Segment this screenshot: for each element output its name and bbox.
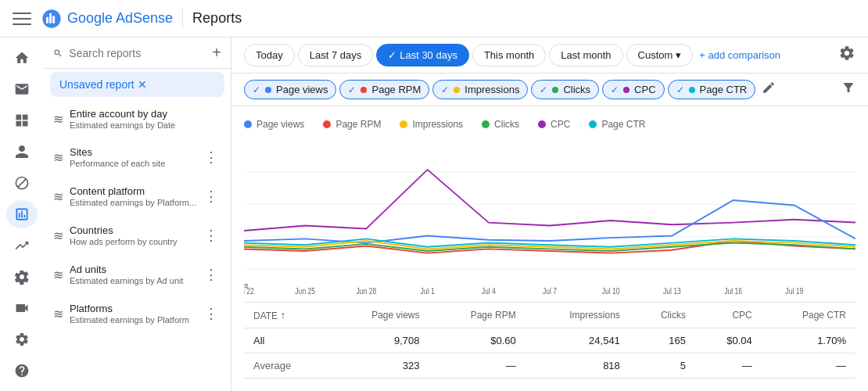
sidebar-item-sub-1: Performance of each site [70,159,201,168]
report-icon-4: ≋ [53,267,63,282]
edit-metrics-icon[interactable] [762,81,776,99]
sidebar-item-platforms[interactable]: ≋ Platforms Estimated earnings by Platfo… [44,294,231,333]
legend-label-impressions: Impressions [412,119,463,130]
metric-check-0: ✓ [253,84,260,95]
sidebar-item-content-platform[interactable]: ≋ Content platform Estimated earnings by… [44,177,231,216]
report-settings-icon[interactable] [838,45,855,66]
row-label-all: All [244,328,328,353]
sidebar-icon-settings[interactable] [6,263,38,291]
sidebar-item-title-2: Content platform [70,185,201,197]
legend-label-pageviews: Page views [256,119,304,130]
sidebar-icon-block[interactable] [6,169,38,197]
sidebar-item-title-1: Sites [70,146,201,158]
date-btn-today[interactable]: Today [244,44,295,66]
row-cpc-avg: — [695,353,762,378]
legend-item-pagerpm: Page RPM [323,119,381,130]
sidebar-item-sub-4: Estimated earnings by Ad unit [70,276,201,285]
logo-text: Google AdSense [67,10,173,27]
legend-item-pagectr: Page CTR [589,119,645,130]
svg-text:Jul 4: Jul 4 [482,285,496,296]
svg-text:Jun 28: Jun 28 [357,285,377,296]
sidebar-item-sub-5: Estimated earnings by Platform [70,315,201,325]
sidebar-icon-gear[interactable] [6,325,38,353]
table-row-all: All 9,708 $0.60 24,541 165 $0.04 1.70% [244,328,855,353]
legend-label-pagectr: Page CTR [601,119,645,130]
metric-chip-pagerpm[interactable]: ✓ Page RPM [339,80,429,99]
sidebar-icon-grid[interactable] [6,106,38,135]
hamburger-menu[interactable] [13,9,31,28]
date-btn-this-month[interactable]: This month [472,44,546,66]
metric-chip-cpc[interactable]: ✓ CPC [602,80,664,99]
chart-container: Jun 22 Jun 25 Jun 28 Jul 1 Jul 4 Jul 7 J… [244,139,855,302]
more-options-icon-1[interactable]: ⋮ [201,145,221,169]
sidebar-item-title-0: Entire account by day [70,108,221,120]
sidebar-icon-home[interactable] [6,44,38,72]
top-nav: Google AdSense Reports [0,0,868,38]
date-btn-last30[interactable]: ✓ Last 30 days [376,44,469,66]
metric-chip-pagectr[interactable]: ✓ Page CTR [668,80,756,99]
filter-chart-icon[interactable] [841,81,855,99]
check-mark-icon: ✓ [388,49,396,61]
metric-check-5: ✓ [676,84,684,95]
sidebar-icon-trending[interactable] [6,231,38,260]
sidebar-icon-inbox[interactable] [6,75,38,103]
sidebar-icon-help[interactable] [6,357,38,385]
col-header-cpc: CPC [695,303,762,328]
search-input[interactable] [69,47,206,59]
sort-icon[interactable]: ↑ [280,309,285,321]
active-report-item[interactable]: Unsaved report ✕ [50,72,224,97]
col-header-date: DATE ↑ [244,303,328,328]
sidebar-item-sub-2: Estimated earnings by Platform... [70,198,201,207]
more-options-icon-5[interactable]: ⋮ [201,302,221,325]
metric-label-2: Impressions [464,84,519,95]
date-btn-last7[interactable]: Last 7 days [298,44,374,66]
legend-label-pagerpm: Page RPM [335,119,381,130]
close-report-icon[interactable]: ✕ [138,78,216,91]
row-pagectr-avg: — [762,353,855,378]
chart-area: Page views Page RPM Impressions Clicks C… [231,106,868,391]
table-row-average: Average 323 — 818 5 — — [244,353,855,378]
report-icon-1: ≋ [53,150,63,165]
col-header-impressions: Impressions [525,303,629,328]
metric-dot-1 [360,87,367,93]
metric-label-1: Page RPM [371,84,421,95]
report-icon-0: ≋ [53,112,63,127]
row-impressions-all: 24,541 [525,328,629,353]
row-pagectr-all: 1.70% [762,328,855,353]
sidebar-item-countries[interactable]: ≋ Countries How ads perform by country ⋮ [44,216,231,255]
metric-dot-4 [623,87,629,93]
add-comparison-btn[interactable]: + add comparison [699,49,780,61]
more-options-icon-3[interactable]: ⋮ [201,224,221,247]
legend-dot-cpc [538,120,546,128]
more-options-icon-4[interactable]: ⋮ [201,263,221,286]
metrics-bar: ✓ Page views ✓ Page RPM ✓ Impressions ✓ … [231,74,868,106]
nav-divider [182,9,183,28]
sidebar-icon-video[interactable] [6,294,38,322]
add-report-icon[interactable]: + [212,44,221,62]
metric-chip-pageviews[interactable]: ✓ Page views [244,80,336,99]
sidebar-item-entire-account[interactable]: ≋ Entire account by day Estimated earnin… [44,100,231,138]
sidebar-icons [0,38,44,391]
sidebar-icon-chart[interactable] [6,200,38,228]
metric-label-5: Page CTR [700,84,748,95]
metric-dot-0 [265,87,271,93]
metric-check-1: ✓ [348,84,356,95]
legend-dot-pageviews [244,120,252,128]
metric-chip-impressions[interactable]: ✓ Impressions [432,80,528,99]
metric-chip-clicks[interactable]: ✓ Clicks [531,80,599,99]
active-report-label: Unsaved report [59,78,138,91]
chart-legend: Page views Page RPM Impressions Clicks C… [244,119,855,130]
svg-text:Jul 10: Jul 10 [602,285,620,296]
sidebar-icon-person[interactable] [6,138,38,166]
report-icon-5: ≋ [53,307,63,321]
metric-check-4: ✓ [611,84,619,95]
date-btn-custom[interactable]: Custom ▾ [626,44,694,66]
chevron-down-icon: ▾ [676,49,681,61]
more-options-icon-2[interactable]: ⋮ [201,185,221,208]
sidebar-item-sites[interactable]: ≋ Sites Performance of each site ⋮ [44,138,231,177]
legend-item-clicks: Clicks [482,119,519,130]
row-pagerpm-all: $0.60 [429,328,525,353]
report-icon-3: ≋ [53,228,63,243]
sidebar-item-ad-units[interactable]: ≋ Ad units Estimated earnings by Ad unit… [44,255,231,294]
date-btn-last-month[interactable]: Last month [549,44,622,66]
